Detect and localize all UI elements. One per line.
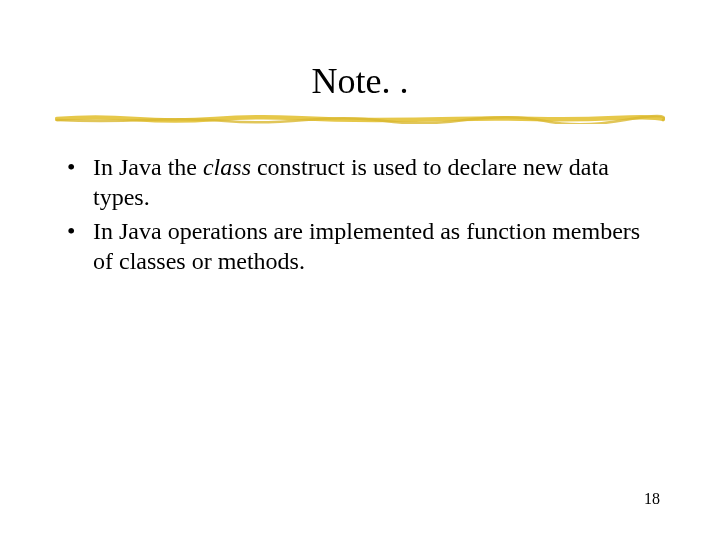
page-number: 18: [644, 490, 660, 508]
slide-title: Note. .: [55, 60, 665, 102]
bullet-item: In Java operations are implemented as fu…: [67, 216, 665, 276]
title-underline: [55, 114, 665, 124]
bullet-list: In Java the class construct is used to d…: [55, 152, 665, 276]
bullet-text-italic: class: [203, 154, 251, 180]
bullet-text-prefix: In Java the: [93, 154, 203, 180]
bullet-text-prefix: In Java operations are implemented as fu…: [93, 218, 640, 274]
bullet-item: In Java the class construct is used to d…: [67, 152, 665, 212]
slide-container: Note. . In Java the class construct is u…: [0, 0, 720, 540]
